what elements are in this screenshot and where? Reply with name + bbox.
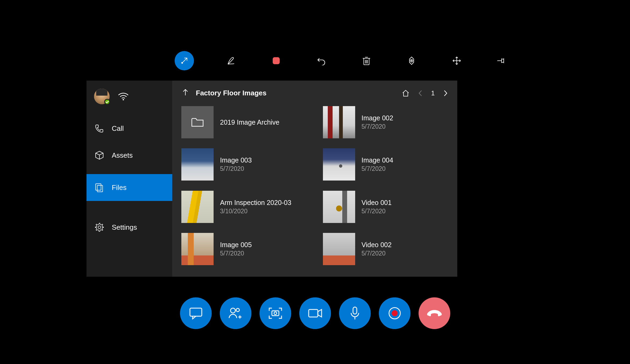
file-grid: 2019 Image Archive Image 002 5/7/2020 Im… — [181, 106, 448, 271]
annotation-toolbar — [175, 51, 510, 70]
pen-tool[interactable] — [223, 53, 239, 69]
phone-icon — [95, 124, 104, 133]
sidebar-item-settings[interactable]: Settings — [87, 214, 172, 241]
avatar[interactable] — [94, 89, 110, 104]
file-date: 3/10/2020 — [220, 208, 291, 215]
next-page-button[interactable] — [443, 89, 448, 97]
gear-icon — [95, 222, 104, 232]
breadcrumb: Factory Floor Images — [181, 88, 267, 98]
file-name: Image 003 — [220, 156, 252, 164]
file-name: Arm Inspection 2020-03 — [220, 199, 291, 207]
file-name: Image 004 — [362, 156, 393, 164]
svg-rect-18 — [97, 185, 103, 192]
image-thumb — [181, 233, 214, 265]
sidebar-item-label: Files — [112, 183, 127, 192]
image-thumb — [181, 148, 214, 181]
pager: 1 — [402, 89, 448, 97]
svg-point-19 — [98, 226, 101, 229]
files-icon — [95, 183, 104, 192]
main-panel: Call Assets — [87, 81, 457, 277]
sidebar-item-files[interactable]: Files — [87, 174, 172, 201]
svg-point-0 — [181, 62, 183, 64]
file-name: Image 005 — [220, 241, 252, 249]
svg-rect-21 — [190, 308, 202, 316]
sidebar-item-label: Assets — [112, 151, 133, 160]
file-name: Video 001 — [362, 199, 392, 207]
file-date: 5/7/2020 — [362, 250, 392, 257]
svg-point-23 — [236, 308, 239, 312]
up-button[interactable] — [181, 88, 189, 98]
svg-rect-17 — [96, 184, 101, 190]
svg-rect-29 — [353, 307, 357, 314]
svg-rect-28 — [309, 309, 318, 317]
file-date: 5/7/2020 — [362, 165, 393, 172]
svg-point-32 — [392, 310, 398, 316]
profile-row — [87, 81, 172, 115]
page-number: 1 — [431, 89, 435, 97]
screenshot-button[interactable] — [260, 297, 291, 329]
file-item[interactable]: Video 001 5/7/2020 — [323, 191, 448, 223]
sidebar: Call Assets — [87, 81, 172, 277]
svg-line-1 — [183, 58, 187, 62]
content-header: Factory Floor Images 1 — [181, 88, 448, 98]
file-name: 2019 Image Archive — [220, 118, 279, 126]
arrow-tool[interactable] — [175, 51, 194, 70]
svg-point-10 — [411, 60, 412, 61]
presence-badge — [104, 99, 110, 105]
file-item[interactable]: Arm Inspection 2020-03 3/10/2020 — [181, 191, 307, 223]
mic-button[interactable] — [339, 297, 371, 329]
svg-point-27 — [274, 312, 277, 315]
chat-button[interactable] — [180, 297, 212, 329]
video-button[interactable] — [299, 297, 331, 329]
file-item[interactable]: Image 005 5/7/2020 — [181, 233, 307, 265]
target-tool[interactable] — [404, 53, 420, 69]
sidebar-item-label: Settings — [112, 223, 137, 232]
file-date: 5/7/2020 — [220, 165, 252, 172]
svg-point-15 — [123, 99, 124, 100]
wifi-icon — [118, 91, 129, 102]
file-item[interactable]: Video 002 5/7/2020 — [323, 233, 448, 265]
video-thumb — [323, 191, 355, 223]
file-name: Video 002 — [362, 241, 392, 249]
file-date: 5/7/2020 — [220, 250, 252, 257]
file-date: 5/7/2020 — [362, 208, 392, 215]
sidebar-item-assets[interactable]: Assets — [87, 142, 172, 169]
image-thumb — [323, 106, 355, 138]
move-tool[interactable] — [449, 53, 465, 69]
record-button[interactable] — [379, 297, 411, 329]
sidebar-item-label: Call — [112, 124, 124, 133]
end-call-button[interactable] — [419, 297, 450, 329]
prev-page-button[interactable] — [418, 89, 423, 97]
image-thumb — [181, 191, 214, 223]
video-thumb — [323, 233, 355, 265]
svg-point-22 — [231, 308, 235, 313]
svg-rect-2 — [273, 57, 280, 64]
home-button[interactable] — [402, 89, 410, 97]
stop-tool[interactable] — [268, 53, 284, 69]
file-item[interactable]: Image 003 5/7/2020 — [181, 148, 307, 181]
folder-thumb — [181, 106, 214, 138]
cube-icon — [95, 150, 104, 160]
file-item[interactable]: Image 004 5/7/2020 — [323, 148, 448, 181]
file-date: 5/7/2020 — [362, 123, 393, 130]
call-controls — [180, 297, 450, 329]
add-participants-button[interactable] — [220, 297, 251, 329]
file-item[interactable]: Image 002 5/7/2020 — [323, 106, 448, 138]
delete-tool[interactable] — [358, 53, 375, 69]
file-item-folder[interactable]: 2019 Image Archive — [181, 106, 307, 138]
undo-tool[interactable] — [313, 53, 329, 69]
breadcrumb-title: Factory Floor Images — [196, 89, 267, 97]
pin-tool[interactable] — [494, 53, 510, 69]
content-area: Factory Floor Images 1 — [172, 81, 457, 277]
sidebar-item-call[interactable]: Call — [87, 115, 172, 142]
image-thumb — [323, 148, 355, 181]
file-name: Image 002 — [362, 114, 393, 122]
